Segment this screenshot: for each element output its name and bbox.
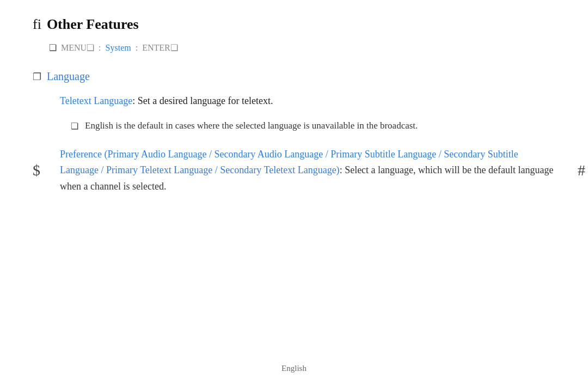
main-title-row: fi Other Features	[33, 16, 555, 33]
page-container: fi Other Features ❏ MENU❏ : System : ENT…	[0, 0, 588, 384]
section-title: Language	[47, 70, 90, 83]
bullet-icon: ❏	[71, 119, 78, 133]
breadcrumb: ❏ MENU❏ : System : ENTER❏	[49, 42, 555, 53]
breadcrumb-system-link[interactable]: System	[106, 43, 131, 53]
breadcrumb-menu-icon: ❏	[49, 42, 57, 53]
bullet-text: English is the default in cases where th…	[85, 118, 418, 133]
fi-icon: fi	[33, 16, 41, 33]
breadcrumb-sep2: :	[136, 43, 138, 53]
preference-block: $ # Preference (Primary Audio Language /…	[60, 147, 555, 195]
bullet-row: ❏ English is the default in cases where …	[71, 118, 555, 133]
teletext-language-line: Teletext Language: Set a desired languag…	[60, 94, 555, 108]
left-marker: $	[33, 158, 40, 183]
page-title: Other Features	[47, 16, 139, 33]
section-icon: ❐	[33, 71, 41, 83]
breadcrumb-sep1: :	[99, 43, 101, 53]
right-marker: #	[578, 158, 585, 183]
teletext-language-link[interactable]: Teletext Language	[60, 95, 132, 106]
teletext-language-desc: : Set a desired language for teletext.	[132, 95, 273, 106]
breadcrumb-menu-label: MENU❏	[61, 42, 94, 53]
breadcrumb-enter-label: ENTER❏	[142, 42, 178, 53]
footer: English	[281, 364, 307, 373]
content-area: Teletext Language: Set a desired languag…	[60, 94, 555, 195]
section-header: ❐ Language	[33, 70, 555, 83]
